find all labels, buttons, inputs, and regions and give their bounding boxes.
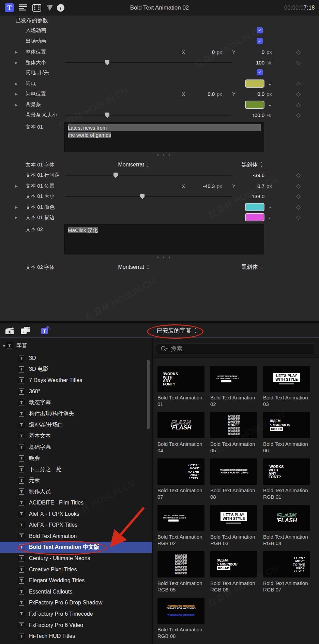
- sidebar-item[interactable]: T制作人员: [0, 486, 152, 497]
- text01-size-slider[interactable]: [65, 194, 232, 199]
- title-thumbnail-cell[interactable]: THANKS FOR WATCHINGTHANKS FOR WATCHINGTH…: [157, 598, 204, 639]
- title-thumbnail-cell[interactable]: MORZEMORZEMORZEMORZEMORZEMORZEMORZE Bold…: [157, 551, 204, 593]
- sidebar-item[interactable]: TElegant Wedding Titles: [0, 575, 152, 586]
- sidebar-item[interactable]: THi-Tech HUD Titles: [0, 631, 152, 642]
- resize-handle[interactable]: ● ● ●: [64, 153, 264, 157]
- keyframe-diamond-icon[interactable]: ◇: [296, 80, 301, 87]
- text01-textarea[interactable]: Latest news fromthe world of games: [64, 122, 264, 152]
- sidebar-item[interactable]: TACIDBITE - Film Titles: [0, 497, 152, 509]
- sidebar-item[interactable]: T缓冲器/开场白: [0, 420, 152, 431]
- bar-color-swatch[interactable]: [245, 101, 264, 109]
- title-thumbnail-cell[interactable]: FLASH'FLASH Bold Text Animation 04: [157, 412, 204, 454]
- media-browser-icon[interactable]: ★: [4, 325, 15, 336]
- title-thumbnail-cell[interactable]: 'WORKSWITHANYFONT? Bold Text Animation R…: [263, 458, 310, 500]
- leading-value[interactable]: -39.6: [218, 172, 264, 178]
- size-slider[interactable]: [65, 60, 232, 65]
- disclosure-triangle[interactable]: ▶: [15, 61, 18, 64]
- sidebar-item[interactable]: T基本文本: [0, 430, 152, 442]
- keyframe-diamond-icon[interactable]: ◇: [296, 101, 301, 108]
- title-thumbnail-cell[interactable]: LET'S PLAYWITH STYLE Bold Text Animation…: [210, 505, 257, 546]
- sidebar-item[interactable]: TEssential Callouts: [0, 586, 152, 597]
- keyframe-diamond-icon[interactable]: ◇: [296, 112, 301, 119]
- sidebar-item[interactable]: T基础字幕: [0, 442, 152, 453]
- sidebar-item-root[interactable]: ▼ T 字幕: [0, 340, 152, 351]
- text01-outline-swatch[interactable]: [245, 213, 264, 221]
- keyframe-diamond-icon[interactable]: ◇: [296, 59, 301, 66]
- installed-titles-popup[interactable]: 已安装的字幕 ⌃⌄: [149, 323, 205, 338]
- chevron-down-icon[interactable]: ⌄: [268, 82, 271, 86]
- sidebar-scrollbar[interactable]: [147, 360, 150, 429]
- keyframe-diamond-icon[interactable]: ◇: [296, 48, 301, 56]
- disclosure-triangle[interactable]: ▶: [15, 184, 18, 188]
- photos-audio-browser-icon[interactable]: ♪: [20, 325, 31, 336]
- sidebar-item-selected[interactable]: TBold Text Animation 中文版: [0, 542, 152, 553]
- sidebar-item[interactable]: T构件出现/构件消失: [0, 408, 152, 420]
- in-anim-checkbox[interactable]: ✓: [257, 27, 263, 33]
- sidebar-item[interactable]: TFxFactory Pro 6 Drop Shadow: [0, 597, 152, 609]
- disclosure-triangle[interactable]: ▶: [15, 92, 18, 96]
- text02-font-popup[interactable]: Montserrat⌃⌄: [105, 264, 163, 270]
- chevron-down-icon[interactable]: ⌄: [268, 215, 271, 220]
- text02-textarea[interactable]: MaClick 汉化: [64, 224, 264, 254]
- text01-font-popup[interactable]: Montserrat⌃⌄: [105, 162, 163, 168]
- size-value[interactable]: 100: [218, 60, 264, 65]
- text01-size-value[interactable]: 138.0: [218, 193, 264, 199]
- sidebar-item[interactable]: T元素: [0, 475, 152, 486]
- title-thumbnail-cell[interactable]: THANKS FOR WATCHINGTHANKS FOR WATCHING B…: [210, 458, 257, 500]
- text01-color-swatch[interactable]: [245, 203, 264, 211]
- sidebar-item[interactable]: TFxFactory Pro 6 Timecode: [0, 609, 152, 620]
- search-input[interactable]: 搜索: [157, 343, 315, 354]
- title-thumbnail-cell[interactable]: ЖДЕМϟ МИЛЛИОНКЛ•Н•В Bold Text Animation …: [210, 551, 257, 593]
- light-pos-x-value[interactable]: 0.0: [186, 91, 215, 97]
- sidebar-item[interactable]: TCentury - Ultimate Neons: [0, 553, 152, 564]
- sidebar-item[interactable]: TAleFX - FCPX Looks: [0, 508, 152, 519]
- keyframe-diamond-icon[interactable]: ◇: [296, 193, 301, 200]
- text01-pos-x-value[interactable]: -40.3: [186, 183, 215, 189]
- lightning-checkbox[interactable]: ✓: [257, 69, 263, 75]
- titles-generators-browser-icon[interactable]: T: [37, 325, 50, 336]
- title-thumbnail-cell[interactable]: 'WORKSWITHANYFONT? Bold Text Animation 0…: [157, 366, 204, 407]
- title-thumbnail-cell[interactable]: ' LATEST NEWS FROMTHE WORLD OF GAMES Bol…: [210, 366, 257, 407]
- chevron-down-icon[interactable]: ⌄: [268, 103, 271, 107]
- keyframe-diamond-icon[interactable]: ◇: [296, 182, 301, 190]
- disclosure-triangle[interactable]: ▶: [15, 205, 18, 209]
- title-thumbnail-cell[interactable]: ЖДЕМϟ МИЛЛИОНКЛ•Н•В Bold Text Animation …: [263, 412, 310, 454]
- disclosure-triangle[interactable]: ▶: [15, 103, 18, 107]
- keyframe-diamond-icon[interactable]: ◇: [296, 204, 301, 211]
- out-anim-checkbox[interactable]: ✓: [257, 38, 263, 44]
- title-thumbnail-cell[interactable]: LET'S PLAYWITH STYLE Bold Text Animation…: [263, 366, 310, 407]
- bar-x-slider[interactable]: [65, 113, 232, 118]
- resize-handle[interactable]: ● ● ●: [64, 255, 264, 259]
- light-pos-y-value[interactable]: 0.0: [235, 91, 264, 97]
- sidebar-item[interactable]: T3D: [0, 353, 152, 364]
- keyframe-diamond-icon[interactable]: ◇: [296, 214, 301, 221]
- sidebar-item[interactable]: T下三分之一处: [0, 464, 152, 475]
- disclosure-triangle[interactable]: ▶: [15, 216, 18, 219]
- sidebar-item[interactable]: TCreative Pixel Titles: [0, 564, 152, 575]
- pos-x-value[interactable]: 0: [186, 49, 215, 55]
- keyframe-diamond-icon[interactable]: ◇: [296, 172, 301, 179]
- chevron-down-icon[interactable]: ⌄: [268, 205, 271, 209]
- title-thumbnail-cell[interactable]: MORZEMORZEMORZEMORZEMORZEMORZEMORZE Bold…: [210, 412, 257, 454]
- title-thumbnail-cell[interactable]: FLASH'FLASH Bold Text Animation RGB 04: [263, 505, 310, 546]
- panel-divider[interactable]: [0, 321, 319, 323]
- sidebar-item[interactable]: TAleFX - FCPX Titles: [0, 519, 152, 531]
- disclosure-triangle[interactable]: ▶: [15, 82, 18, 86]
- pos-y-value[interactable]: 0: [235, 49, 264, 55]
- sidebar-item[interactable]: T360°: [0, 386, 152, 397]
- text02-face-popup[interactable]: 黑斜体⌃⌄: [235, 264, 269, 271]
- title-thumbnail-cell[interactable]: LET'S 'MOVETO THENEXTLEVEL Bold Text Ani…: [157, 458, 204, 500]
- text01-face-popup[interactable]: 黑斜体⌃⌄: [235, 161, 269, 169]
- sidebar-item[interactable]: TFxFactory Pro 6 Video: [0, 619, 152, 631]
- disclosure-triangle[interactable]: ▶: [15, 50, 18, 54]
- title-thumbnail-cell[interactable]: LET'S 'MOVETO THENEXTLEVEL Bold Text Ani…: [263, 551, 310, 593]
- sidebar-item[interactable]: T3D 电影: [0, 364, 152, 375]
- sidebar-item[interactable]: T晚会: [0, 453, 152, 464]
- sidebar-item[interactable]: T动态字幕: [0, 397, 152, 408]
- disclosure-triangle[interactable]: ▼: [2, 344, 6, 348]
- title-thumbnail-cell[interactable]: ' LATEST NEWS FROMTHE WORLD OF GAMES Bol…: [157, 505, 204, 546]
- leading-slider[interactable]: [65, 173, 232, 178]
- lightning-color-swatch[interactable]: [245, 79, 264, 88]
- sidebar-item[interactable]: TBold Text Animation: [0, 531, 152, 542]
- keyframe-diamond-icon[interactable]: ◇: [296, 90, 301, 98]
